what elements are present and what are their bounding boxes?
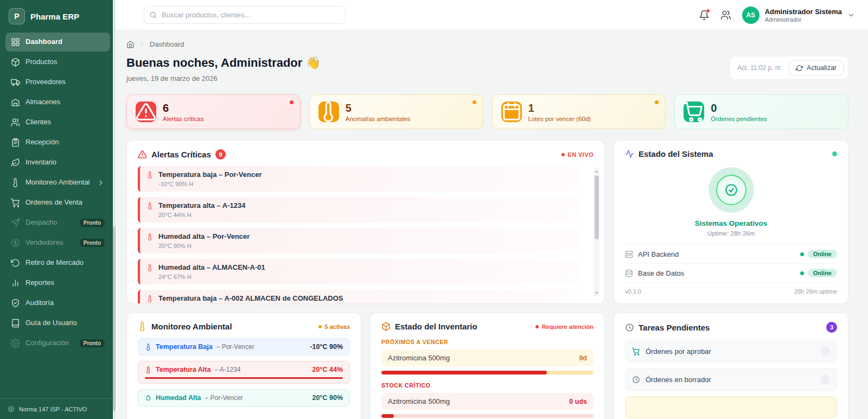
- send-icon: [11, 218, 20, 227]
- home-icon[interactable]: [126, 40, 135, 48]
- sidebar-item-label: Reportes: [25, 278, 105, 288]
- notifications-button[interactable]: [699, 10, 710, 21]
- sidebar-item-label: Proveedores: [25, 78, 105, 87]
- stat-card-alertas-criticas[interactable]: 6 Alertas críticas: [126, 94, 301, 129]
- alert-title: Humedad alta – Por-Vencer: [158, 232, 250, 240]
- amber-dot: [318, 325, 322, 328]
- sidebar-item-dashboard[interactable]: Dashboard: [5, 33, 110, 52]
- sidebar-item-recepcion[interactable]: Recepción: [5, 133, 110, 152]
- scrollbar-thumb[interactable]: [595, 175, 599, 239]
- monitor-item-humedad-alta[interactable]: Humedad Alta – Por-Vencer 20°C 90%: [138, 389, 350, 407]
- sidebar-item-clientes[interactable]: Clientes: [5, 113, 110, 132]
- task-item-ordenes-en-borrador[interactable]: Órdenes en borrador: [625, 368, 837, 391]
- days-left: 9d: [579, 354, 587, 362]
- humidity-icon: [145, 395, 152, 402]
- live-indicator: EN VIVO: [561, 151, 593, 158]
- monitor-value: 20°C 90%: [312, 394, 343, 402]
- stat-card-anomalias-ambientales[interactable]: 5 Anomalías ambientales: [309, 94, 483, 129]
- activity-icon: [625, 149, 634, 158]
- sidebar-item-label: Auditoría: [25, 299, 105, 308]
- sidebar-item-despacho[interactable]: Despacho Pronto: [5, 213, 110, 232]
- status-dot-icon: [8, 405, 15, 412]
- active-alerts-indicator: 5 activas: [318, 323, 350, 330]
- sidebar-item-inventario[interactable]: Inventario: [5, 153, 110, 172]
- alert-list: Temperatura baja – Por-Vencer -10°C 90% …: [138, 166, 593, 304]
- leaf-icon: [11, 158, 20, 167]
- alert-item[interactable]: Temperatura alta – A-1234 20°C 44% H: [138, 197, 578, 223]
- thermometer-icon: [146, 264, 154, 271]
- inventory-item-critical[interactable]: Azitromicina 500mg 0 uds: [381, 393, 593, 410]
- online-dot: [800, 271, 804, 275]
- sidebar: P Pharma ERP Dashboard Productos Proveed…: [0, 0, 116, 419]
- sidebar-item-label: Guía de Usuario: [25, 319, 105, 328]
- panel-title: Alertas Críticas: [151, 150, 211, 159]
- active-alerts-label: 5 activas: [325, 323, 350, 330]
- stat-meta: 0 Órdenes pendientes: [711, 102, 767, 122]
- sidebar-item-retiro-de-mercado[interactable]: Retiro de Mercado: [5, 253, 110, 272]
- alert-meta: Humedad alta – ALMACEN-A-01 24°C 67% H: [158, 263, 265, 280]
- monitor-item-temp-baja[interactable]: Temperatura Baja – Por-Vencer -10°C 90%: [138, 338, 350, 355]
- cart-icon: [684, 101, 704, 122]
- sidebar-item-reportes[interactable]: Reportes: [5, 274, 110, 293]
- task-count-badge: [820, 374, 830, 384]
- search-input[interactable]: [144, 6, 346, 24]
- sidebar-item-ordenes-de-venta[interactable]: Ordenes de Venta: [5, 193, 110, 212]
- monitor-name: Temperatura Baja: [156, 343, 213, 351]
- panel-title: Estado del Sistema: [639, 149, 713, 158]
- users-button[interactable]: [720, 10, 731, 21]
- monitor-item-temp-alta[interactable]: Temperatura Alta – A-1234 20°C 44%: [138, 361, 350, 384]
- scroll-up-arrow[interactable]: ▲: [593, 169, 599, 174]
- sidebar-item-label: Ordenes de Venta: [25, 198, 105, 207]
- refresh-button[interactable]: Actualizar: [789, 60, 844, 75]
- page-title: Buenas noches, Administrador 👋: [126, 56, 321, 70]
- sidebar-item-monitoreo-ambiental[interactable]: Monitoreo Ambiental: [5, 173, 110, 192]
- main-area: AS Administrador Sistema Administrador D…: [116, 0, 868, 419]
- expiring-heading: PRÓXIMOS A VENCER: [381, 339, 593, 345]
- sidebar-item-auditoria[interactable]: Auditoría: [5, 294, 110, 313]
- alert-item[interactable]: Humedad alta – ALMACEN-A-01 24°C 67% H: [138, 259, 578, 284]
- service-status: Online: [800, 250, 837, 258]
- user-meta: Administrador Sistema Administrador: [765, 8, 842, 23]
- dashboard-grid-icon: [11, 37, 20, 47]
- monitor-row: Temperatura Baja – Por-Vencer -10°C 90%: [145, 343, 343, 351]
- breadcrumb-current[interactable]: Dashboard: [150, 40, 184, 48]
- tasks-count-badge: 3: [826, 322, 837, 333]
- service-row-database: Base de Datos Online: [625, 263, 837, 282]
- thermometer-icon: [146, 172, 154, 179]
- task-count-badge: [820, 346, 830, 356]
- stat-value: 5: [346, 102, 411, 114]
- system-status-panel: Estado del Sistema Sistemas Operativos U…: [614, 140, 848, 304]
- user-menu[interactable]: AS Administrador Sistema Administrador: [742, 7, 855, 24]
- search-icon: [149, 11, 157, 19]
- alert-meta: Temperatura alta – A-1234 20°C 44% H: [158, 201, 245, 218]
- alert-title: Humedad alta – ALMACEN-A-01: [158, 263, 265, 271]
- alerts-scrollbar[interactable]: ▲ ▼: [593, 168, 599, 297]
- global-search: [144, 6, 346, 24]
- sidebar-item-configuracion[interactable]: Configuración Pronto: [5, 334, 110, 353]
- system-footer: v0.1.0 28h 26m uptime: [625, 282, 837, 295]
- avatar: AS: [742, 7, 760, 24]
- sidebar-item-proveedores[interactable]: Proveedores: [5, 73, 110, 92]
- stat-card-lotes-por-vencer[interactable]: 1 Lotes por vencer (60d): [492, 94, 666, 129]
- task-item-ordenes-por-aprobar[interactable]: Órdenes por aprobar: [625, 340, 837, 363]
- alert-item[interactable]: Humedad alta – Por-Vencer 20°C 90% H: [138, 228, 578, 253]
- system-uptime: Uptime: 28h 26m: [707, 230, 755, 237]
- clock-icon: [625, 323, 634, 332]
- stat-value: 6: [163, 102, 203, 114]
- sidebar-scrollbar-thumb[interactable]: [113, 226, 116, 411]
- alert-item[interactable]: Temperatura baja – A-002 ALMACEN de CONG…: [138, 290, 578, 304]
- inventory-item-expiring[interactable]: Azitromicina 500mg 9d: [381, 350, 593, 366]
- task-item-partial[interactable]: [625, 396, 837, 418]
- sidebar-item-productos[interactable]: Productos: [5, 53, 110, 72]
- sidebar-scrollbar[interactable]: [113, 0, 116, 419]
- alert-item[interactable]: Temperatura baja – Por-Vencer -10°C 90% …: [138, 166, 578, 192]
- alerts-panel: Alertas Críticas 9 EN VIVO Temperatura b…: [126, 140, 605, 304]
- alert-title: Temperatura alta – A-1234: [158, 201, 245, 210]
- sidebar-item-guia-de-usuario[interactable]: Guía de Usuario: [5, 314, 110, 333]
- sidebar-item-almacenes[interactable]: Almacenes: [5, 93, 110, 112]
- scroll-down-arrow[interactable]: ▼: [593, 290, 599, 296]
- stat-card-ordenes-pendientes[interactable]: 0 Órdenes pendientes: [674, 94, 848, 129]
- panel-head: Tareas Pendientes 3: [625, 322, 837, 333]
- monitor-value: -10°C 90%: [310, 343, 343, 351]
- sidebar-item-vendedores[interactable]: Vendedores Pronto: [5, 233, 110, 252]
